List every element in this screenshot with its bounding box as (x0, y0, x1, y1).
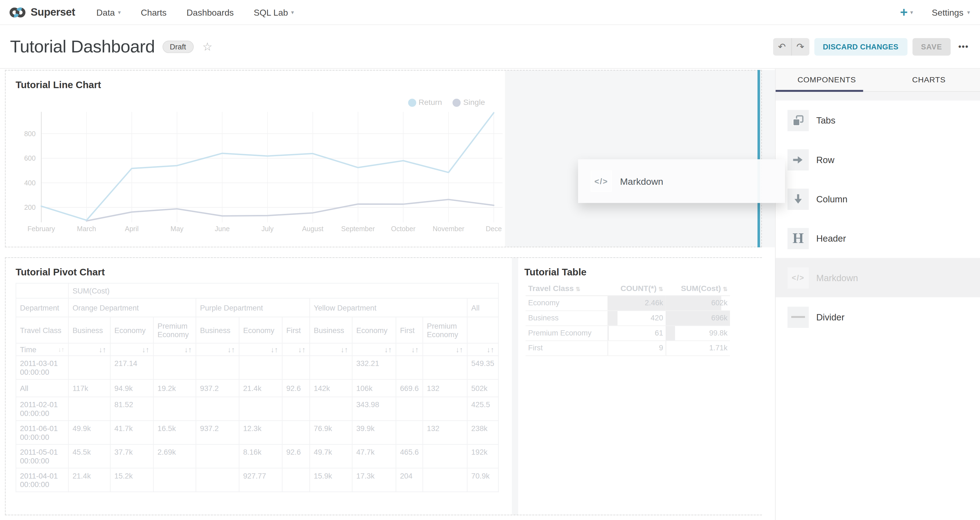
nav-item-charts[interactable]: Charts (141, 7, 167, 17)
pivot-sort-cell[interactable]: ↓↑ (239, 343, 282, 355)
ghost-label: Markdown (620, 176, 663, 186)
pivot-value-cell: 927.77 (239, 468, 282, 492)
pivot-data-row: 2011-02-01 00:00:0081.52343.98425.5 (16, 397, 498, 421)
pivot-value-cell: 81.52 (110, 397, 154, 421)
pivot-class-cell: Economy (110, 317, 154, 343)
x-tick-label: March (77, 225, 96, 233)
pivot-corner-cell (16, 283, 68, 298)
table-row: Premium Economy6199.8k (526, 325, 730, 341)
pivot-table-wrap: SUM(Cost)DepartmentOrange DepartmentPurp… (16, 283, 499, 492)
pivot-sort-cell[interactable]: ↓↑ (282, 343, 310, 355)
sort-icon: ↓↑ (384, 345, 392, 354)
drop-indicator-line (757, 70, 760, 247)
component-item-column[interactable]: Column (776, 179, 980, 219)
pivot-sort-cell[interactable]: ↓↑ (423, 343, 467, 355)
page-title[interactable]: Tutorial Dashboard (10, 36, 155, 57)
discard-changes-button[interactable]: DISCARD CHANGES (814, 38, 907, 55)
component-item-header[interactable]: H Header (776, 219, 980, 258)
row-empty-extension (762, 70, 775, 247)
panel-subband (776, 92, 980, 100)
pivot-table: SUM(Cost)DepartmentOrange DepartmentPurp… (16, 283, 499, 492)
pivot-data-row: 2011-04-01 00:00:0021.4k15.2k927.7715.9k… (16, 468, 498, 492)
pivot-value-cell (310, 356, 352, 379)
more-options-icon[interactable]: ••• (958, 42, 969, 51)
pivot-value-cell: 49.9k (68, 421, 110, 444)
save-button[interactable]: SAVE (912, 38, 951, 55)
pivot-value-cell (68, 397, 110, 421)
pivot-row-label: 2011-02-01 00:00:00 (16, 397, 68, 421)
pivot-value-cell: 8.16k (239, 444, 282, 468)
undo-icon: ↶ (778, 41, 786, 52)
markdown-icon: </> (788, 267, 808, 288)
pivot-sort-cell[interactable]: ↓↑ (68, 343, 110, 355)
line-chart-card[interactable]: Tutorial Line Chart Return Single 200400… (5, 71, 505, 247)
table-row: Economy2.46k602k (526, 295, 730, 311)
column-header-count-[interactable]: COUNT(*)⇅ (608, 282, 666, 295)
pivot-sort-cell[interactable]: ↓↑ (196, 343, 239, 355)
settings-menu[interactable]: Settings▾ (932, 7, 970, 17)
component-item-divider[interactable]: Divider (776, 297, 980, 337)
plus-icon: + (900, 5, 908, 19)
pivot-value-cell: 76.9k (310, 421, 352, 444)
pivot-sort-cell[interactable]: ↓↑ (396, 343, 423, 355)
pivot-department-group: Purple Department (196, 298, 310, 317)
y-tick-label: 400 (24, 179, 36, 187)
superset-logo[interactable]: Superset (0, 3, 86, 21)
pivot-sort-cell[interactable]: ↓↑ (110, 343, 154, 355)
markdown-drag-ghost[interactable]: </> Markdown (578, 159, 785, 203)
pivot-sort-cell[interactable]: ↓↑ (352, 343, 396, 355)
sort-icon: ↓↑ (58, 346, 65, 353)
dashboard-row-2[interactable]: Tutorial Pivot Chart SUM(Cost)Department… (5, 257, 762, 515)
x-tick-label: September (341, 225, 375, 233)
pivot-value-cell: 70.9k (467, 468, 498, 492)
table-chart-card[interactable]: Tutorial Table Travel Class⇅COUNT(*)⇅SUM… (518, 258, 762, 515)
favorite-star-icon[interactable]: ☆ (202, 41, 212, 52)
tab-components[interactable]: COMPONENTS (776, 69, 878, 91)
cell-bar (608, 311, 617, 325)
sort-icon: ↓↑ (340, 345, 348, 354)
new-item-button[interactable]: + ▾ (900, 5, 913, 19)
column-header-travel-class[interactable]: Travel Class⇅ (526, 282, 608, 295)
redo-button[interactable]: ↷ (791, 38, 809, 55)
x-tick-label: November (433, 225, 464, 233)
pivot-chart-card[interactable]: Tutorial Pivot Chart SUM(Cost)Department… (5, 258, 512, 515)
pivot-sort-cell[interactable]: ↓↑ (467, 343, 498, 355)
pivot-sort-cell[interactable]: ↓↑ (310, 343, 352, 355)
pivot-department-group: Yellow Department (310, 298, 467, 317)
column-header-sum-cost-[interactable]: SUM(Cost)⇅ (666, 282, 730, 295)
pivot-class-label: Travel Class (16, 317, 68, 343)
count-cell: 61 (608, 325, 666, 341)
x-tick-label: February (27, 225, 55, 233)
cell-bar (666, 341, 666, 355)
pivot-row-label: 2011-05-01 00:00:00 (16, 444, 68, 468)
pivot-time-label[interactable]: Time↓↑ (16, 343, 68, 355)
pivot-value-cell (196, 356, 239, 379)
tutorial-table-wrap: Travel Class⇅COUNT(*)⇅SUM(Cost)⇅Economy2… (526, 282, 730, 356)
chevron-down-icon: ▾ (910, 9, 913, 15)
component-item-row[interactable]: Row (776, 140, 980, 179)
draft-badge: Draft (162, 40, 194, 53)
nav-item-sql-lab[interactable]: SQL Lab▾ (254, 7, 294, 17)
pivot-value-cell (282, 356, 310, 379)
dashboard-row-1[interactable]: Tutorial Line Chart Return Single 200400… (5, 70, 762, 247)
brand-name: Superset (30, 6, 75, 18)
cell-bar (608, 326, 609, 340)
sort-icon: ↓↑ (228, 345, 235, 354)
pivot-sort-cell[interactable]: ↓↑ (153, 343, 196, 355)
pivot-value-cell: 192k (467, 444, 498, 468)
undo-button[interactable]: ↶ (773, 38, 791, 55)
tab-charts[interactable]: CHARTS (878, 69, 980, 91)
travel-class-cell: Business (526, 311, 608, 326)
series-line-single (86, 200, 494, 221)
nav-item-dashboards[interactable]: Dashboards (186, 7, 234, 17)
pivot-value-cell: 94.9k (110, 379, 154, 397)
travel-class-cell: Premium Economy (526, 325, 608, 341)
x-tick-label: May (170, 225, 184, 233)
pivot-value-cell: 37.7k (110, 444, 154, 468)
x-tick-label: July (261, 225, 274, 233)
pivot-value-cell (153, 468, 196, 492)
nav-item-data[interactable]: Data▾ (96, 7, 121, 17)
component-item-tabs[interactable]: Tabs (776, 100, 980, 140)
component-item-markdown[interactable]: </> Markdown (776, 258, 980, 297)
superset-app: Superset Data▾ Charts Dashboards SQL Lab… (0, 0, 980, 520)
